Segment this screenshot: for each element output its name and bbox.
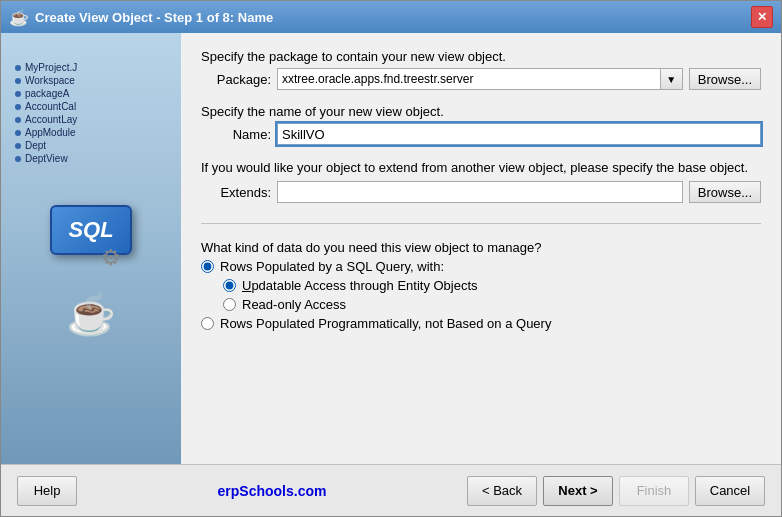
- tree-item[interactable]: AccountCal: [11, 100, 171, 113]
- radio-sql-label: Rows Populated by a SQL Query, with:: [220, 259, 444, 274]
- left-panel: MyProject.J Workspace packageA AccountCa…: [1, 33, 181, 464]
- tree-item[interactable]: Workspace: [11, 74, 171, 87]
- footer-right: < Back Next > Finish Cancel: [467, 476, 765, 506]
- title-bar: ☕ Create View Object - Step 1 of 8: Name…: [1, 1, 781, 33]
- extends-field-row: Extends: Browse...: [201, 181, 761, 203]
- radio-readonly-label: Read-only Access: [242, 297, 346, 312]
- tree-bullet-icon: [15, 143, 21, 149]
- extends-section: If you would like your object to extend …: [201, 159, 761, 207]
- name-section: Specify the name of your new view object…: [201, 104, 761, 149]
- footer-left: Help: [17, 476, 77, 506]
- radio-updatable[interactable]: [223, 279, 236, 292]
- radio-group: Rows Populated by a SQL Query, with: UUp…: [201, 259, 761, 331]
- tree-bullet-icon: [15, 78, 21, 84]
- package-input[interactable]: [277, 68, 661, 90]
- tree-item[interactable]: DeptView: [11, 152, 171, 165]
- name-field-row: Name:: [201, 123, 761, 145]
- tree-bullet-icon: [15, 91, 21, 97]
- package-section: Specify the package to contain your new …: [201, 49, 761, 94]
- right-panel: Specify the package to contain your new …: [181, 33, 781, 464]
- window-title: Create View Object - Step 1 of 8: Name: [35, 10, 273, 25]
- package-label: Package:: [201, 72, 271, 87]
- tree-item[interactable]: AppModule: [11, 126, 171, 139]
- main-window: ☕ Create View Object - Step 1 of 8: Name…: [0, 0, 782, 517]
- package-browse-button[interactable]: Browse...: [689, 68, 761, 90]
- data-kind-section: What kind of data do you need this view …: [201, 240, 761, 335]
- name-label: Name:: [201, 127, 271, 142]
- name-input[interactable]: [277, 123, 761, 145]
- tree-bullet-icon: [15, 104, 21, 110]
- help-button[interactable]: Help: [17, 476, 77, 506]
- cancel-button[interactable]: Cancel: [695, 476, 765, 506]
- footer: Help erpSchools.com < Back Next > Finish…: [1, 464, 781, 516]
- tree-item[interactable]: MyProject.J: [11, 61, 171, 74]
- tree-list: MyProject.J Workspace packageA AccountCa…: [11, 61, 171, 165]
- extends-section-label: If you would like your object to extend …: [201, 159, 761, 177]
- gear-icon: ⚙: [101, 245, 121, 271]
- package-combo-container: ▼: [277, 68, 683, 90]
- tree-bullet-icon: [15, 130, 21, 136]
- package-field-row: Package: ▼ Browse...: [201, 68, 761, 90]
- extends-browse-button[interactable]: Browse...: [689, 181, 761, 203]
- radio-programmatic-row: Rows Populated Programmatically, not Bas…: [201, 316, 761, 331]
- tree-item[interactable]: Dept: [11, 139, 171, 152]
- tree-item[interactable]: packageA: [11, 87, 171, 100]
- brand-link[interactable]: erpSchools.com: [218, 483, 327, 499]
- radio-sql[interactable]: [201, 260, 214, 273]
- app-icon: ☕: [9, 8, 29, 27]
- radio-readonly[interactable]: [223, 298, 236, 311]
- close-button[interactable]: ✕: [751, 6, 773, 28]
- finish-button: Finish: [619, 476, 689, 506]
- data-kind-label: What kind of data do you need this view …: [201, 240, 761, 255]
- extends-label: Extends:: [201, 185, 271, 200]
- radio-programmatic-label: Rows Populated Programmatically, not Bas…: [220, 316, 551, 331]
- next-button[interactable]: Next >: [543, 476, 613, 506]
- name-section-label: Specify the name of your new view object…: [201, 104, 761, 119]
- package-section-label: Specify the package to contain your new …: [201, 49, 761, 64]
- tree-bullet-icon: [15, 156, 21, 162]
- radio-readonly-row: Read-only Access: [223, 297, 761, 312]
- radio-sql-row: Rows Populated by a SQL Query, with:: [201, 259, 761, 274]
- package-dropdown-button[interactable]: ▼: [661, 68, 683, 90]
- radio-updatable-label: UUpdatable Access through Entity Objects…: [242, 278, 478, 293]
- tree-bullet-icon: [15, 65, 21, 71]
- tree-item[interactable]: AccountLay: [11, 113, 171, 126]
- back-button[interactable]: < Back: [467, 476, 537, 506]
- tree-bullet-icon: [15, 117, 21, 123]
- radio-programmatic[interactable]: [201, 317, 214, 330]
- coffee-cup-icon: ☕: [66, 291, 116, 338]
- title-bar-left: ☕ Create View Object - Step 1 of 8: Name: [9, 8, 273, 27]
- extends-input[interactable]: [277, 181, 683, 203]
- separator: [201, 223, 761, 224]
- content-area: MyProject.J Workspace packageA AccountCa…: [1, 33, 781, 464]
- radio-updatable-row: UUpdatable Access through Entity Objects…: [223, 278, 761, 293]
